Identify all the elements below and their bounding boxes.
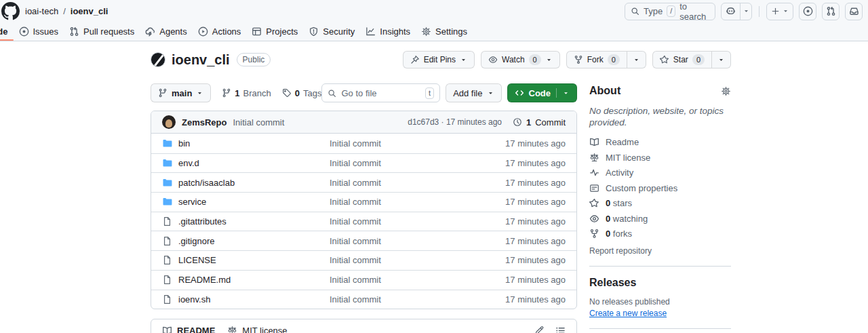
gear-icon (421, 26, 431, 37)
issues-header-button[interactable] (799, 3, 816, 20)
fork-count: 0 (608, 54, 620, 65)
branches-link[interactable]: 1 Branch (222, 88, 271, 98)
row-commit-message[interactable]: Initial commit (330, 197, 505, 207)
file-name-link[interactable]: ioenv.sh (178, 294, 210, 305)
file-name-link[interactable]: .gitignore (178, 236, 214, 246)
tab-actions[interactable]: Actions (193, 22, 247, 41)
commit-author[interactable]: ZemsRepo (182, 117, 226, 128)
inbox-button[interactable] (845, 3, 863, 20)
table-row[interactable]: LICENSE Initial commit 17 minutes ago (151, 250, 576, 270)
row-commit-time: 17 minutes ago (505, 178, 566, 188)
book-icon (162, 326, 172, 333)
pull-requests-header-button[interactable] (822, 3, 840, 20)
add-file-button[interactable]: Add file (446, 83, 501, 102)
tags-link[interactable]: 0 Tags (282, 88, 322, 98)
row-commit-message[interactable]: Initial commit (330, 216, 505, 227)
issue-opened-icon (19, 26, 29, 37)
folder-icon (162, 197, 172, 207)
copilot-button[interactable] (722, 3, 740, 20)
law-icon (227, 326, 237, 333)
commit-history-link[interactable]: 1 Commit (513, 117, 566, 128)
create-new-button[interactable] (766, 3, 793, 20)
sidebar-item-activity[interactable]: Activity (589, 168, 731, 178)
create-release-link[interactable]: Create a new release (589, 309, 667, 318)
tab-pull-requests[interactable]: Pull requests (64, 22, 140, 41)
about-settings-button[interactable] (721, 86, 731, 96)
go-to-file-input[interactable]: Go to file t (321, 83, 440, 102)
fork-menu-button[interactable] (627, 51, 646, 68)
star-button[interactable]: Star 0 (652, 51, 712, 68)
row-commit-message[interactable]: Initial commit (330, 236, 505, 246)
outline-button[interactable] (555, 326, 566, 333)
table-row[interactable]: service Initial commit 17 minutes ago (151, 192, 576, 212)
row-commit-message[interactable]: Initial commit (330, 178, 505, 188)
edit-readme-button[interactable] (534, 326, 545, 333)
commit-author-avatar[interactable] (162, 115, 176, 129)
star-button-group: Star 0 (652, 51, 731, 68)
global-search-input[interactable]: Type / to search (625, 3, 715, 20)
sidebar-item-license[interactable]: MIT license (589, 153, 731, 163)
commit-sha-time[interactable]: d1c67d3 · 17 minutes ago (408, 117, 502, 127)
tab-settings[interactable]: Settings (416, 22, 473, 41)
tab-code[interactable]: Code (0, 22, 14, 41)
tab-agents[interactable]: Agents (140, 22, 192, 41)
tab-mit-license[interactable]: MIT license (227, 326, 287, 333)
tab-readme[interactable]: README (162, 326, 215, 333)
caret-down-icon (545, 56, 553, 64)
edit-pins-button[interactable]: Edit Pins (403, 51, 475, 68)
tab-security[interactable]: Security (303, 22, 360, 41)
fork-icon (589, 229, 599, 239)
commit-message[interactable]: Initial commit (233, 117, 284, 128)
row-commit-time: 17 minutes ago (505, 294, 566, 305)
table-row[interactable]: .gitattributes Initial commit 17 minutes… (151, 212, 576, 231)
page-title[interactable]: ioenv_cli (172, 52, 230, 68)
table-row[interactable]: README.md Initial commit 17 minutes ago (151, 270, 576, 290)
star-menu-button[interactable] (712, 51, 731, 68)
breadcrumb-org[interactable]: ioai-tech (25, 6, 58, 16)
tab-issues[interactable]: Issues (14, 22, 64, 41)
tab-insights[interactable]: Insights (360, 22, 416, 41)
fork-button[interactable]: Fork 0 (566, 51, 627, 68)
table-row[interactable]: patch/isaaclab Initial commit 17 minutes… (151, 172, 576, 192)
file-name-link[interactable]: LICENSE (178, 255, 216, 265)
table-row[interactable]: bin Initial commit 17 minutes ago (151, 134, 576, 153)
file-name-link[interactable]: env.d (178, 158, 199, 168)
row-commit-message[interactable]: Initial commit (330, 138, 505, 149)
sidebar-item-stars[interactable]: 0 stars (589, 198, 731, 208)
file-name-link[interactable]: patch/isaaclab (178, 178, 235, 188)
copilot-icon (726, 6, 736, 16)
file-name-link[interactable]: service (178, 197, 206, 207)
copilot-button-group (721, 3, 752, 20)
sidebar-item-watching[interactable]: 0 watching (589, 214, 731, 224)
table-row[interactable]: env.d Initial commit 17 minutes ago (151, 153, 576, 173)
sidebar-divider (589, 266, 731, 267)
branch-selector[interactable]: main (151, 83, 211, 102)
pull-request-icon (69, 26, 79, 37)
table-row[interactable]: .gitignore Initial commit 17 minutes ago (151, 231, 576, 250)
repo-avatar[interactable] (151, 52, 165, 67)
row-commit-message[interactable]: Initial commit (330, 158, 505, 168)
file-name-link[interactable]: bin (178, 138, 190, 149)
row-commit-message[interactable]: Initial commit (330, 255, 505, 265)
caret-down-icon (633, 56, 640, 64)
row-commit-message[interactable]: Initial commit (330, 275, 505, 285)
tag-icon (282, 88, 292, 98)
sidebar-item-readme[interactable]: Readme (589, 137, 731, 147)
repo-description: No description, website, or topics provi… (589, 106, 731, 128)
tab-projects[interactable]: Projects (246, 22, 303, 41)
code-button[interactable]: Code (507, 83, 578, 102)
file-name-link[interactable]: README.md (178, 275, 231, 285)
breadcrumb-repo[interactable]: ioenv_cli (71, 6, 108, 16)
table-row[interactable]: ioenv.sh Initial commit 17 minutes ago (151, 290, 576, 309)
sidebar-item-forks[interactable]: 0 forks (589, 229, 731, 239)
file-toolbar: main 1 Branch 0 Tags Go to file t (151, 83, 577, 102)
file-icon (162, 275, 172, 285)
github-logo-icon[interactable] (1, 2, 20, 20)
row-commit-message[interactable]: Initial commit (330, 294, 505, 305)
eye-icon (589, 214, 599, 224)
report-repository-link[interactable]: Report repository (589, 246, 731, 256)
sidebar-item-custom-properties[interactable]: Custom properties (589, 183, 731, 193)
watch-button[interactable]: Watch 0 (481, 51, 560, 68)
copilot-menu-button[interactable] (740, 3, 751, 20)
file-name-link[interactable]: .gitattributes (178, 216, 226, 227)
